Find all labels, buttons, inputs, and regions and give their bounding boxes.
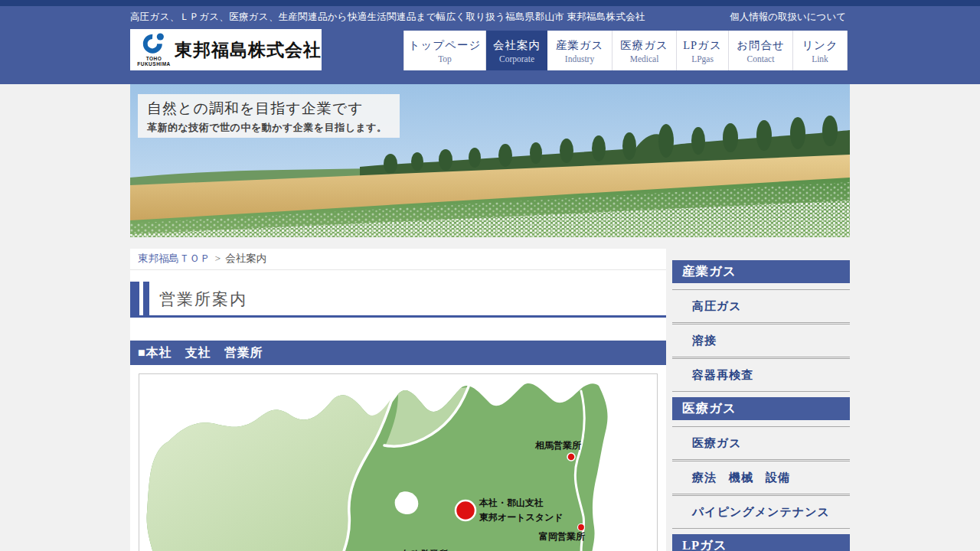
nav-corporate[interactable]: 会社案内 Corporate <box>486 31 547 70</box>
page-title-block: 営業所案内 <box>130 282 666 318</box>
breadcrumb: 東邦福島ＴＯＰ>会社案内 <box>130 249 666 270</box>
marker-tomioka <box>578 524 585 531</box>
label-headquarters-2: 東邦オートスタンド <box>479 512 564 523</box>
office-map: 相馬営業所 本社・郡山支社 東邦オートスタンド 富岡営業所 矢吹営業所 <box>139 373 658 551</box>
company-logo[interactable]: TOHO FUKUSHIMA 東邦福島株式会社 <box>130 29 322 70</box>
nav-top[interactable]: トップページ Top <box>403 31 486 70</box>
breadcrumb-separator: > <box>215 253 221 264</box>
nav-top-label: トップページ <box>409 38 482 53</box>
title-accent-bar-thin <box>143 282 149 315</box>
page: 高圧ガス、ＬＰガス、医療ガス、生産関連品から快適生活関連品まで幅広く取り扱う福島… <box>0 0 980 551</box>
hero-subheadline: 革新的な技術で世の中を動かす企業を目指します。 <box>147 121 392 135</box>
sidebar-list-industrial-gas: 高圧ガス 溶接 容器再検査 <box>672 289 850 392</box>
logo-icon: TOHO FUKUSHIMA <box>136 33 172 67</box>
nav-link[interactable]: リンク Link <box>793 31 848 70</box>
page-title: 営業所案内 <box>159 289 247 310</box>
section-header-offices: ■本社 支社 営業所 <box>130 341 666 365</box>
sidebar-link-high-pressure-gas[interactable]: 高圧ガス <box>672 290 850 322</box>
header: 高圧ガス、ＬＰガス、医療ガス、生産関連品から快適生活関連品まで幅広く取り扱う福島… <box>0 6 980 84</box>
label-tomioka: 富岡営業所 <box>538 531 585 542</box>
sidebar-link-therapy-machines-equipment[interactable]: 療法 機械 設備 <box>672 461 850 494</box>
sidebar-header-lp-gas: LPガス <box>672 534 850 551</box>
nav-industry[interactable]: 産業ガス Industry <box>547 31 612 70</box>
marker-soma <box>567 453 575 461</box>
sidebar-link-piping-maintenance[interactable]: パイピングメンテナンス <box>672 496 850 528</box>
sidebar-link-medical-gas[interactable]: 医療ガス <box>672 427 850 459</box>
hero-banner: 自然との調和を目指す企業です 革新的な技術で世の中を動かす企業を目指します。 <box>130 84 850 237</box>
nav-link-sublabel: Link <box>812 54 828 64</box>
logo-latin-top: TOHO <box>136 56 172 61</box>
nav-corporate-label: 会社案内 <box>493 38 541 53</box>
sidebar-link-container-reinspection[interactable]: 容器再検査 <box>672 359 850 391</box>
logo-latin-bottom: FUKUSHIMA <box>136 61 172 67</box>
main-content: 東邦福島ＴＯＰ>会社案内 営業所案内 ■本社 支社 営業所 <box>130 249 666 551</box>
divider <box>672 528 850 529</box>
sidebar-header-medical-gas: 医療ガス <box>672 397 850 420</box>
nav-medical-label: 医療ガス <box>620 38 668 53</box>
breadcrumb-home-link[interactable]: 東邦福島ＴＯＰ <box>138 253 211 264</box>
nav-lpgas-label: LPガス <box>683 38 722 53</box>
sidebar-link-welding[interactable]: 溶接 <box>672 324 850 357</box>
marker-headquarters <box>456 500 475 520</box>
sidebar: 産業ガス 高圧ガス 溶接 容器再検査 医療ガス 医療ガス 療法 機械 設備 パイ… <box>672 260 850 551</box>
label-soma: 相馬営業所 <box>534 440 581 451</box>
label-headquarters-1: 本社・郡山支社 <box>479 497 544 508</box>
top-accent-strip <box>0 0 980 6</box>
nav-medical-sublabel: Medical <box>630 54 659 64</box>
nav-contact[interactable]: お問合せ Contact <box>729 31 793 70</box>
nav-link-label: リンク <box>802 38 838 53</box>
divider <box>672 391 850 392</box>
breadcrumb-current: 会社案内 <box>225 253 266 264</box>
nav-lpgas[interactable]: LPガス LPgas <box>677 31 729 70</box>
hero-caption-box: 自然との調和を目指す企業です 革新的な技術で世の中を動かす企業を目指します。 <box>138 94 400 138</box>
nav-medical[interactable]: 医療ガス Medical <box>612 31 677 70</box>
site-tagline: 高圧ガス、ＬＰガス、医療ガス、生産関連品から快適生活関連品まで幅広く取り扱う福島… <box>130 11 645 24</box>
main-nav: トップページ Top 会社案内 Corporate 産業ガス Industry … <box>403 31 848 70</box>
sidebar-header-industrial-gas: 産業ガス <box>672 260 850 283</box>
nav-corporate-sublabel: Corporate <box>499 54 534 64</box>
nav-industry-sublabel: Industry <box>565 54 594 64</box>
nav-contact-sublabel: Contact <box>747 54 775 64</box>
fukushima-map-image: 相馬営業所 本社・郡山支社 東邦オートスタンド 富岡営業所 矢吹営業所 <box>139 374 657 551</box>
hero-headline: 自然との調和を目指す企業です <box>147 99 392 119</box>
nav-contact-label: お問合せ <box>737 38 785 53</box>
nav-top-sublabel: Top <box>438 54 452 64</box>
nav-lpgas-sublabel: LPgas <box>691 54 714 64</box>
privacy-policy-link[interactable]: 個人情報の取扱いについて <box>730 11 846 24</box>
nav-industry-label: 産業ガス <box>556 38 604 53</box>
company-name: 東邦福島株式会社 <box>175 38 322 62</box>
title-accent-bar <box>130 282 139 315</box>
sidebar-list-medical-gas: 医療ガス 療法 機械 設備 パイピングメンテナンス <box>672 426 850 529</box>
